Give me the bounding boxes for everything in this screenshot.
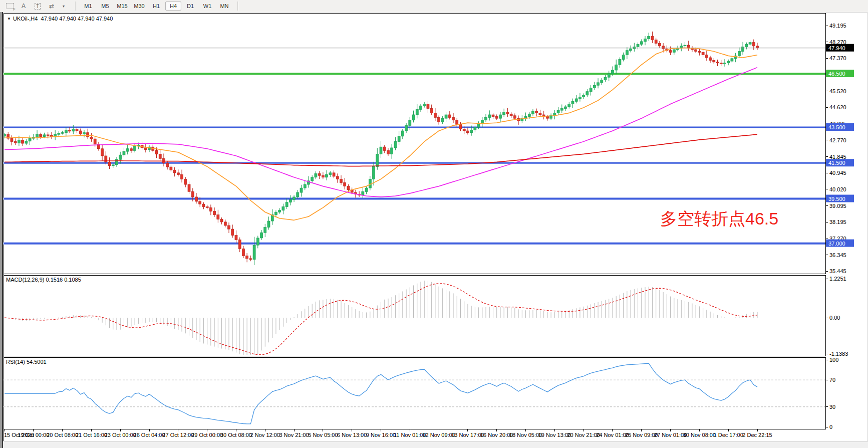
candle-up bbox=[112, 165, 114, 166]
candle-up bbox=[264, 228, 266, 233]
candle-up bbox=[445, 115, 447, 118]
candle-down bbox=[427, 104, 429, 109]
candle-down bbox=[191, 191, 194, 197]
candle-up bbox=[297, 192, 299, 197]
candle-up bbox=[365, 188, 368, 191]
candle-up bbox=[615, 65, 618, 70]
candle-down bbox=[655, 40, 657, 43]
candle-down bbox=[716, 62, 719, 63]
price-tick-label: 47.370 bbox=[829, 55, 846, 61]
time-tick-label: 30 Oct 08:00 bbox=[220, 432, 252, 438]
candle-up bbox=[58, 133, 60, 134]
chart-title-symbol: UKOil-,H4 bbox=[13, 16, 38, 22]
candle-down bbox=[220, 219, 223, 222]
time-tick-label: 2 Dec 22:15 bbox=[742, 432, 772, 438]
chart-text-annotation[interactable]: 多空转折点46.5 bbox=[660, 209, 778, 228]
candle-up bbox=[749, 43, 751, 45]
candle-down bbox=[713, 60, 715, 62]
candle-down bbox=[181, 174, 183, 179]
mt4-application-window: AT⇄▾ M1M5M15M30H1H4D1W1MN 49.19548.27047… bbox=[0, 0, 868, 448]
candle-up bbox=[481, 120, 483, 124]
candle-up bbox=[601, 80, 603, 83]
candle-down bbox=[333, 173, 335, 176]
candle-down bbox=[188, 184, 190, 191]
candle-up bbox=[18, 140, 20, 143]
price-tick-label: 35.445 bbox=[829, 268, 846, 274]
candle-down bbox=[546, 117, 548, 119]
candle-up bbox=[315, 174, 317, 177]
candle-down bbox=[387, 150, 389, 154]
candle-down bbox=[101, 149, 104, 156]
candle-down bbox=[322, 175, 324, 177]
candle-up bbox=[419, 106, 422, 109]
current-price-badge-label: 47.940 bbox=[828, 45, 845, 51]
time-tick-label: 11 Nov 01:00 bbox=[394, 432, 426, 438]
price-tick-label: 39.095 bbox=[829, 203, 846, 209]
candle-down bbox=[347, 186, 350, 190]
candle-up bbox=[528, 114, 530, 116]
level-badge-label: 37.000 bbox=[828, 241, 845, 247]
candle-up bbox=[285, 202, 288, 207]
candle-up bbox=[564, 107, 567, 109]
candle-up bbox=[391, 148, 393, 154]
candle-down bbox=[242, 249, 244, 256]
candle-down bbox=[155, 150, 158, 154]
candle-down bbox=[238, 240, 241, 249]
candle-up bbox=[282, 207, 284, 210]
candle-down bbox=[430, 109, 433, 113]
candle-up bbox=[123, 151, 125, 155]
candle-down bbox=[448, 115, 451, 117]
candle-up bbox=[441, 118, 444, 122]
candle-down bbox=[47, 135, 49, 136]
candle-up bbox=[611, 70, 614, 74]
candle-up bbox=[578, 97, 581, 99]
candle-up bbox=[412, 115, 415, 120]
rsi-pane-border bbox=[4, 357, 825, 429]
candle-up bbox=[61, 133, 64, 134]
time-tick-label: 16 Nov 20:00 bbox=[480, 432, 513, 438]
candle-down bbox=[249, 259, 252, 260]
candle-up bbox=[274, 212, 277, 214]
candle-down bbox=[90, 137, 93, 139]
candle-down bbox=[698, 51, 701, 52]
time-tick-label: 25 Nov 09:00 bbox=[625, 432, 658, 438]
time-tick-label: 12 Nov 09:00 bbox=[422, 432, 455, 438]
level-badge-label: 39.500 bbox=[828, 196, 845, 202]
candle-down bbox=[173, 170, 176, 173]
candle-up bbox=[43, 135, 46, 137]
candle-up bbox=[134, 146, 136, 150]
chart-title[interactable]: ▼UKOil-,H4 47.940 47.940 47.940 47.940 bbox=[7, 16, 113, 22]
candle-down bbox=[506, 112, 509, 114]
candle-down bbox=[720, 63, 722, 64]
candle-up bbox=[470, 130, 473, 132]
time-tick-label: 24 Nov 01:00 bbox=[596, 432, 629, 438]
macd-axis-label: 1.2251 bbox=[829, 276, 846, 282]
candle-up bbox=[126, 149, 129, 151]
time-tick-label: 13 Nov 17:00 bbox=[451, 432, 484, 438]
candle-up bbox=[311, 177, 314, 181]
candle-up bbox=[477, 124, 480, 127]
chevron-down-icon[interactable]: ▼ bbox=[7, 17, 11, 21]
candle-down bbox=[199, 201, 201, 204]
candle-down bbox=[87, 133, 89, 137]
candle-down bbox=[177, 173, 179, 175]
candle-down bbox=[459, 125, 462, 129]
candle-down bbox=[695, 50, 697, 52]
candle-up bbox=[423, 104, 426, 106]
rsi-axis-label: 30 bbox=[829, 404, 835, 410]
macd-signal-line bbox=[5, 284, 757, 355]
candle-up bbox=[742, 47, 744, 52]
candle-up bbox=[626, 51, 628, 55]
candle-up bbox=[583, 95, 585, 97]
macd-axis-label: 0.00 bbox=[829, 315, 840, 321]
candle-down bbox=[495, 117, 498, 119]
candle-down bbox=[224, 222, 226, 226]
candle-down bbox=[340, 179, 343, 182]
candle-down bbox=[170, 167, 172, 170]
candle-up bbox=[738, 51, 740, 56]
candle-up bbox=[557, 110, 559, 113]
candle-down bbox=[535, 111, 538, 113]
candle-up bbox=[326, 174, 328, 177]
candle-down bbox=[466, 131, 469, 133]
rsi-indicator-label: RSI(14) 54.5001 bbox=[6, 359, 47, 365]
